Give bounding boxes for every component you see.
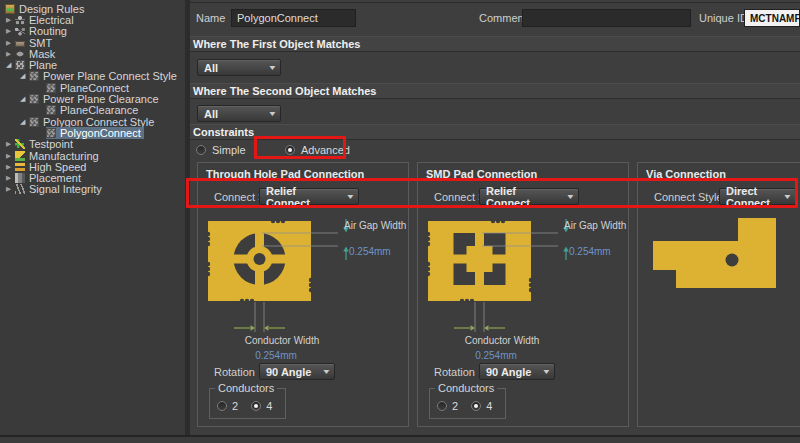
chevron-right-icon[interactable]: ▶ — [6, 140, 15, 148]
air-gap-width-value: 0.254mm — [569, 246, 611, 257]
chevron-down-icon: ▼ — [542, 368, 552, 375]
chevron-right-icon[interactable]: ▶ — [6, 152, 15, 160]
chevron-expanded-icon[interactable]: ◢ — [6, 61, 15, 69]
chevron-expanded-icon[interactable]: ◢ — [20, 95, 29, 103]
connect-style-label: Connect Style — [654, 191, 722, 203]
rule-icon — [46, 105, 56, 115]
conductors-label: Conductors — [435, 382, 497, 394]
tree-item-planeclearance[interactable]: PlaneClearance — [0, 105, 185, 116]
conductor-width-label: Conductor Width — [222, 335, 342, 346]
chevron-right-icon[interactable]: ▶ — [6, 50, 15, 58]
tree-item-label: Design Rules — [19, 3, 84, 15]
routing-icon — [15, 26, 25, 36]
rule-icon — [29, 94, 39, 104]
conductors-group: Conductors 2 4 — [209, 388, 286, 419]
tree-item-power-plane-clearance[interactable]: ◢ Power Plane Clearance — [0, 93, 185, 104]
connect-style-dropdown[interactable]: Relief Connect▼ — [479, 188, 579, 205]
unique-id-label: Unique ID — [699, 12, 748, 24]
folder-icon — [5, 4, 15, 14]
tree-item-signal-integrity[interactable]: ▶ Signal Integrity — [0, 184, 185, 195]
rule-icon — [29, 71, 39, 81]
chevron-right-icon[interactable]: ▶ — [6, 174, 15, 182]
rotation-dropdown[interactable]: 90 Angle▼ — [479, 363, 555, 380]
tree-item-power-plane-connect-style[interactable]: ◢ Power Plane Connect Style — [0, 71, 185, 82]
window-bottom-edge — [0, 435, 800, 443]
plane-icon — [15, 60, 25, 70]
first-object-scope-dropdown[interactable]: All▼ — [197, 59, 281, 76]
panel-title: Through Hole Pad Connection — [206, 168, 364, 180]
tree-item-high-speed[interactable]: ▶ High Speed — [0, 161, 185, 172]
tree-item-polygonconnect[interactable]: PolygonConnect — [0, 127, 185, 138]
chevron-right-icon[interactable]: ▶ — [6, 185, 15, 193]
rotation-dropdown[interactable]: 90 Angle▼ — [259, 363, 335, 380]
rule-icon — [46, 83, 56, 93]
chevron-right-icon[interactable]: ▶ — [6, 16, 15, 24]
connect-style-dropdown[interactable]: Direct Connect▼ — [719, 188, 796, 205]
name-input[interactable]: PolygonConnect — [231, 9, 356, 27]
manufacturing-icon — [15, 151, 25, 161]
conductor-width-value: 0.254mm — [442, 350, 550, 361]
conductors-2-radio[interactable] — [437, 401, 447, 411]
chevron-right-icon[interactable]: ▶ — [6, 27, 15, 35]
chevron-down-icon: ▼ — [322, 368, 332, 375]
tree-item-planeconnect[interactable]: PlaneConnect — [0, 82, 185, 93]
tree-item-polygon-connect-style[interactable]: ◢ Polygon Connect Style — [0, 116, 185, 127]
tree-item-manufacturing[interactable]: ▶ Manufacturing — [0, 150, 185, 161]
tree-item-smt[interactable]: ▶ SMT — [0, 37, 185, 48]
air-gap-width-label: Air Gap Width — [344, 220, 406, 231]
tree-item-plane[interactable]: ◢ Plane — [0, 59, 185, 70]
rule-icon — [46, 128, 56, 138]
smd-pad-connection-panel: SMD Pad Connection Connect Style Relief … — [417, 162, 629, 427]
air-gap-width-value: 0.254mm — [349, 246, 391, 257]
conductor-width-label: Conductor Width — [442, 335, 562, 346]
chevron-right-icon[interactable]: ▶ — [6, 39, 15, 47]
rule-icon — [29, 117, 39, 127]
tree-item-routing[interactable]: ▶ Routing — [0, 26, 185, 37]
testpoint-icon — [15, 139, 25, 149]
comment-input[interactable] — [522, 9, 691, 27]
air-gap-width-label: Air Gap Width — [564, 220, 626, 231]
tree-item-design-rules[interactable]: Design Rules — [0, 3, 185, 14]
radio-icon[interactable] — [196, 145, 206, 155]
through-hole-pad-connection-panel: Through Hole Pad Connection Connect Styl… — [197, 162, 409, 427]
placement-icon — [15, 173, 25, 183]
conductor-width-value: 0.254mm — [222, 350, 330, 361]
conductors-2-radio[interactable] — [217, 401, 227, 411]
via-direct-connect-diagram — [638, 216, 799, 346]
tree-item-mask[interactable]: ▶ Mask — [0, 48, 185, 59]
high-speed-icon — [15, 162, 25, 172]
tree-item-testpoint[interactable]: ▶ Testpoint — [0, 139, 185, 150]
conductors-4-radio[interactable] — [251, 401, 261, 411]
connect-style-dropdown[interactable]: Relief Connect▼ — [259, 188, 359, 205]
chevron-right-icon[interactable]: ▶ — [6, 163, 15, 171]
chevron-expanded-icon[interactable]: ◢ — [20, 72, 29, 80]
rotation-label: Rotation — [434, 366, 475, 378]
conductors-group: Conductors 2 4 — [429, 388, 506, 419]
second-object-matches-header: Where The Second Object Matches — [190, 83, 800, 99]
rotation-label: Rotation — [214, 366, 255, 378]
design-rules-tree: Design Rules ▶ Electrical ▶ Routing ▶ SM… — [0, 0, 185, 435]
tree-item-placement[interactable]: ▶ Placement — [0, 172, 185, 183]
smt-icon — [15, 41, 25, 47]
chevron-down-icon: ▼ — [783, 193, 793, 200]
simple-radio[interactable]: Simple — [196, 144, 246, 156]
tree-item-electrical[interactable]: ▶ Electrical — [0, 14, 185, 25]
chevron-expanded-icon[interactable]: ◢ — [20, 118, 29, 126]
advanced-radio[interactable]: Advanced — [285, 144, 350, 156]
constraints-header: Constraints — [190, 124, 800, 140]
divider — [190, 2, 800, 3]
signal-integrity-icon — [15, 184, 25, 194]
radio-selected-icon[interactable] — [285, 145, 295, 155]
comment-label: Comment — [479, 12, 527, 24]
mask-icon — [15, 49, 25, 59]
chevron-down-icon: ▼ — [346, 193, 356, 200]
name-label: Name — [196, 12, 225, 24]
first-object-matches-header: Where The First Object Matches — [190, 36, 800, 52]
via-connection-panel: Via Connection Connect Style Direct Conn… — [637, 162, 800, 427]
electrical-icon — [15, 15, 25, 25]
conductors-label: Conductors — [215, 382, 277, 394]
panel-title: SMD Pad Connection — [426, 168, 537, 180]
second-object-scope-dropdown[interactable]: All▼ — [197, 105, 281, 122]
conductors-4-radio[interactable] — [471, 401, 481, 411]
unique-id-field[interactable]: MCTNAMFK — [744, 9, 800, 27]
